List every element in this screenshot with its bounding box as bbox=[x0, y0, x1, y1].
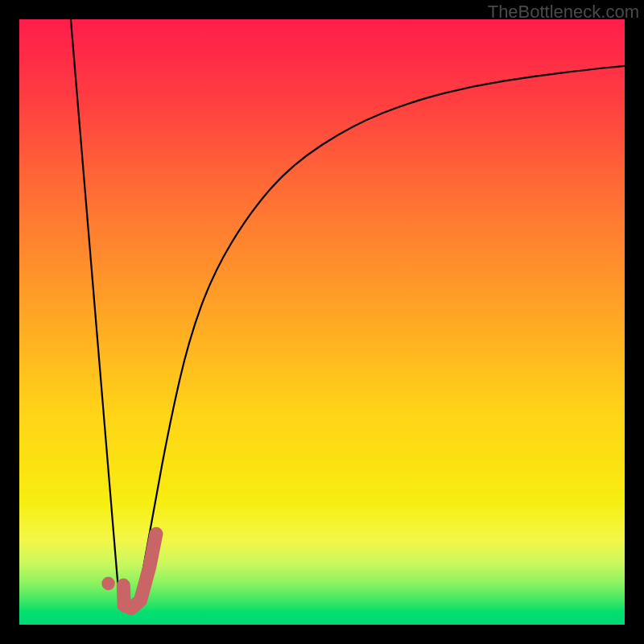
plot-area bbox=[19, 19, 625, 625]
curve-right-branch bbox=[138, 66, 625, 601]
curves-layer bbox=[19, 19, 625, 625]
watermark-text: TheBottleneck.com bbox=[488, 2, 639, 23]
curve-left-branch bbox=[71, 19, 119, 601]
